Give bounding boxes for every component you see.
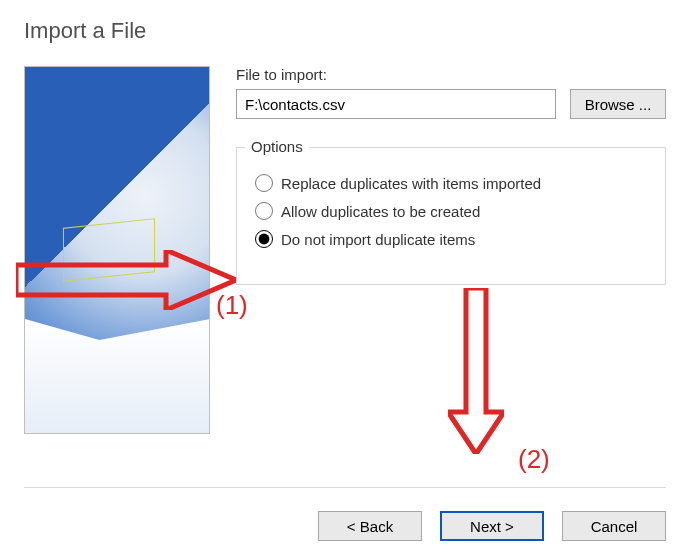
right-pane: File to import: Browse ... Options Repla…	[210, 66, 666, 434]
file-path-input[interactable]	[236, 89, 556, 119]
option-no-import-duplicates[interactable]: Do not import duplicate items	[255, 230, 647, 248]
radio-replace[interactable]	[255, 174, 273, 192]
file-import-label: File to import:	[236, 66, 666, 83]
options-legend: Options	[245, 138, 309, 155]
dialog-title: Import a File	[0, 0, 690, 44]
annotation-label-2: (2)	[518, 444, 550, 475]
option-allow-duplicates[interactable]: Allow duplicates to be created	[255, 202, 647, 220]
next-button[interactable]: Next >	[440, 511, 544, 541]
browse-button[interactable]: Browse ...	[570, 89, 666, 119]
radio-allow[interactable]	[255, 202, 273, 220]
back-button[interactable]: < Back	[318, 511, 422, 541]
wizard-illustration	[24, 66, 210, 434]
option-no-import-label: Do not import duplicate items	[281, 231, 475, 248]
option-allow-label: Allow duplicates to be created	[281, 203, 480, 220]
radio-no-import[interactable]	[255, 230, 273, 248]
option-replace-label: Replace duplicates with items imported	[281, 175, 541, 192]
option-replace-duplicates[interactable]: Replace duplicates with items imported	[255, 174, 647, 192]
dialog-content: File to import: Browse ... Options Repla…	[0, 44, 690, 434]
file-row: Browse ...	[236, 89, 666, 119]
cancel-button[interactable]: Cancel	[562, 511, 666, 541]
options-group: Options Replace duplicates with items im…	[236, 147, 666, 285]
button-bar: < Back Next > Cancel	[318, 511, 666, 541]
